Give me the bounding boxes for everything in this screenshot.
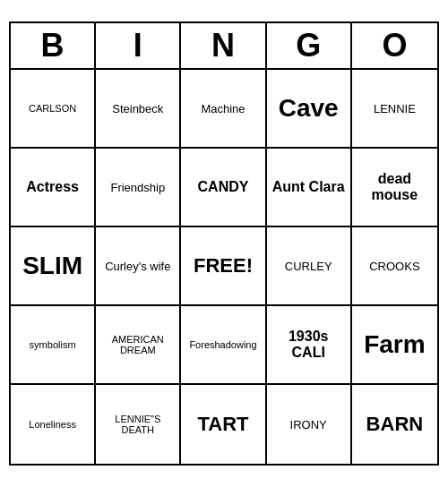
grid-cell-1-2: CANDY: [181, 149, 266, 227]
grid-cell-2-4: CROOKS: [352, 227, 437, 306]
cell-text: Aunt Clara: [272, 179, 345, 195]
bingo-header: BINGO: [11, 23, 437, 70]
header-letter: G: [267, 23, 352, 68]
grid-cell-2-3: CURLEY: [267, 227, 352, 306]
grid-cell-0-4: LENNIE: [352, 70, 437, 149]
cell-text: FREE!: [194, 254, 253, 278]
grid-cell-1-4: dead mouse: [352, 149, 437, 227]
cell-text: Friendship: [110, 181, 165, 194]
header-letter: B: [11, 23, 96, 68]
grid-cell-3-0: symbolism: [11, 306, 96, 385]
grid-cell-4-3: IRONY: [267, 385, 352, 464]
grid-cell-1-1: Friendship: [96, 149, 181, 227]
cell-text: CURLEY: [285, 260, 332, 273]
cell-text: Loneliness: [29, 419, 76, 430]
grid-cell-1-0: Actress: [11, 149, 96, 227]
bingo-grid: CARLSONSteinbeckMachineCaveLENNIEActress…: [11, 70, 437, 464]
grid-cell-3-2: Foreshadowing: [181, 306, 266, 385]
grid-cell-4-0: Loneliness: [11, 385, 96, 464]
grid-cell-0-1: Steinbeck: [96, 70, 181, 149]
cell-text: LENNIE: [374, 102, 416, 115]
grid-cell-2-1: Curley's wife: [96, 227, 181, 306]
cell-text: CARLSON: [29, 103, 76, 114]
cell-text: Machine: [201, 102, 245, 115]
cell-text: 1930s CALI: [271, 329, 347, 361]
cell-text: dead mouse: [356, 171, 434, 203]
grid-cell-3-1: AMERICAN DREAM: [96, 306, 181, 385]
cell-text: SLIM: [22, 252, 82, 280]
cell-text: Curley's wife: [105, 260, 170, 273]
cell-text: IRONY: [290, 418, 327, 431]
cell-text: Cave: [279, 94, 339, 123]
cell-text: Foreshadowing: [189, 339, 256, 350]
cell-text: symbolism: [30, 339, 76, 350]
header-letter: O: [352, 23, 437, 68]
grid-cell-4-4: BARN: [352, 385, 437, 464]
grid-cell-3-4: Farm: [352, 306, 437, 385]
cell-text: CROOKS: [369, 260, 419, 273]
cell-text: Actress: [26, 179, 79, 195]
grid-cell-4-1: LENNIE"S DEATH: [96, 385, 181, 464]
header-letter: I: [96, 23, 181, 68]
cell-text: BARN: [366, 413, 424, 436]
grid-cell-2-2: FREE!: [181, 227, 266, 306]
grid-cell-1-3: Aunt Clara: [267, 149, 352, 227]
grid-cell-3-3: 1930s CALI: [267, 306, 352, 385]
cell-text: AMERICAN DREAM: [99, 334, 176, 355]
grid-cell-0-3: Cave: [267, 70, 352, 149]
cell-text: CANDY: [198, 179, 249, 195]
cell-text: Steinbeck: [112, 102, 163, 115]
cell-text: LENNIE"S DEATH: [99, 414, 176, 435]
grid-cell-0-2: Machine: [181, 70, 266, 149]
grid-cell-2-0: SLIM: [11, 227, 96, 306]
header-letter: N: [181, 23, 266, 68]
cell-text: Farm: [364, 330, 425, 359]
grid-cell-0-0: CARLSON: [11, 70, 96, 149]
bingo-card: BINGO CARLSONSteinbeckMachineCaveLENNIEA…: [9, 21, 439, 466]
grid-cell-4-2: TART: [181, 385, 266, 464]
cell-text: TART: [197, 413, 248, 436]
